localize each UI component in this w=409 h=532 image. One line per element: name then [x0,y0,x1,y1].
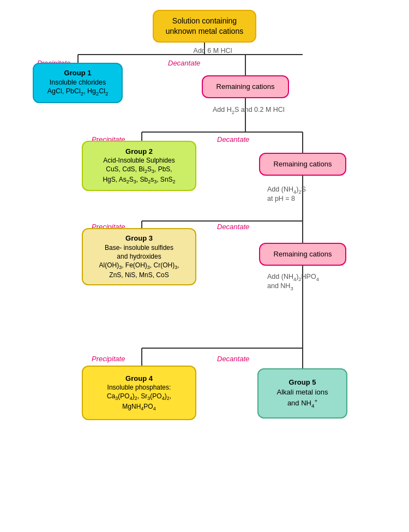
reagent-3: Add (NH4)2Sat pH = 8 [267,186,344,202]
reagent-2: Add H2S and 0.2 M HCl [213,106,303,115]
group1-node: Group 1 Insoluble chloridesAgCl, PbCl2, … [33,63,123,103]
decantate-label-2: Decantate [217,135,249,144]
start-label: Solution containing unknown metal cation… [166,16,243,37]
remaining1-label: Remaining cations [216,82,275,92]
start-node: Solution containing unknown metal cation… [153,10,256,43]
reagent-4: Add (NH4)2HPO4and NH3 [267,273,349,291]
remaining3-node: Remaining cations [259,243,346,266]
group2-body: Acid-Insoluble Sulphides CuS, CdS, Bi2S3… [103,156,175,185]
decantate-label-3: Decantate [217,223,249,231]
decantate-label-4: Decantate [217,355,249,363]
group2-title: Group 2 [125,147,153,157]
remaining3-label: Remaining cations [274,249,332,259]
group4-body: Insoluble phosphates: Ca3(PO4)2, Sr3(PO4… [107,383,171,412]
group4-title: Group 4 [125,374,153,384]
group5-body: Alkali metal ionsand NH4+ [277,387,328,409]
remaining2-node: Remaining cations [259,153,346,176]
group3-title: Group 3 [125,234,153,243]
remaining1-node: Remaining cations [202,75,289,98]
group3-node: Group 3 Base- insoluble sulfidesand hydr… [82,228,196,285]
precipitate-label-4: Precipitate [92,355,125,363]
reagent-1: Add 6 M HCl [185,47,240,55]
group2-node: Group 2 Acid-Insoluble Sulphides CuS, Cd… [82,141,196,191]
group5-node: Group 5 Alkali metal ionsand NH4+ [257,368,347,419]
group3-body: Base- insoluble sulfidesand hydroxides A… [99,243,179,280]
remaining2-label: Remaining cations [274,159,332,169]
group4-node: Group 4 Insoluble phosphates: Ca3(PO4)2,… [82,366,196,420]
group1-body: Insoluble chloridesAgCl, PbCl2, Hg2Cl2 [47,78,109,98]
decantate-label-1: Decantate [168,59,200,67]
group1-title: Group 1 [64,68,92,78]
flowchart: Solution containing unknown metal cation… [0,0,409,532]
group5-title: Group 5 [289,378,316,387]
